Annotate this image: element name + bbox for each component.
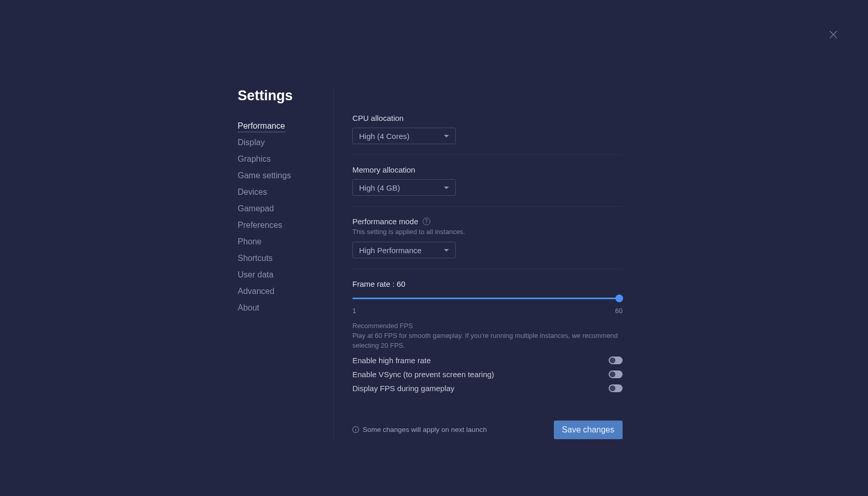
- memory-allocation-select[interactable]: High (4 GB): [352, 179, 456, 196]
- cpu-allocation-select[interactable]: High (4 Cores): [352, 128, 456, 144]
- close-icon[interactable]: [827, 28, 840, 41]
- slider-thumb[interactable]: [615, 295, 623, 302]
- performance-mode-label: Performance mode ?: [352, 217, 623, 226]
- caret-down-icon: [444, 135, 449, 137]
- page-title: Settings: [238, 88, 293, 104]
- slider-max: 60: [615, 307, 623, 315]
- recommended-fps-heading: Recommended FPS: [352, 322, 623, 330]
- frame-rate-slider[interactable]: [352, 293, 623, 306]
- performance-mode-select[interactable]: High Performance: [352, 242, 456, 258]
- performance-mode-value: High Performance: [359, 246, 422, 255]
- frame-rate-label: Frame rate : 60: [352, 280, 623, 288]
- info-icon: i: [352, 426, 359, 433]
- caret-down-icon: [444, 187, 449, 189]
- sidebar-item-display[interactable]: Display: [238, 134, 333, 151]
- memory-allocation-label: Memory allocation: [352, 165, 623, 174]
- recommended-fps-desc: Play at 60 FPS for smooth gameplay. If y…: [352, 331, 623, 351]
- display-fps-toggle[interactable]: [609, 384, 623, 392]
- enable-vsync-toggle[interactable]: [609, 370, 623, 378]
- sidebar-item-shortcuts[interactable]: Shortcuts: [238, 250, 333, 267]
- sidebar-item-preferences[interactable]: Preferences: [238, 217, 333, 234]
- sidebar-item-phone[interactable]: Phone: [238, 234, 333, 250]
- slider-track: [352, 298, 623, 299]
- memory-allocation-value: High (4 GB): [359, 183, 400, 192]
- sidebar-item-performance[interactable]: Performance: [238, 118, 333, 134]
- sidebar-item-devices[interactable]: Devices: [238, 184, 333, 200]
- sidebar-item-gamepad[interactable]: Gamepad: [238, 200, 333, 217]
- footer-note: i Some changes will apply on next launch: [352, 426, 487, 433]
- performance-mode-note: This setting is applied to all instances…: [352, 228, 623, 236]
- enable-high-frame-rate-toggle[interactable]: [609, 357, 623, 364]
- cpu-allocation-label: CPU allocation: [352, 114, 623, 122]
- settings-content: CPU allocation High (4 Cores) Memory all…: [333, 87, 623, 439]
- enable-vsync-label: Enable VSync (to prevent screen tearing): [352, 370, 494, 379]
- caret-down-icon: [444, 249, 449, 252]
- enable-high-frame-rate-label: Enable high frame rate: [352, 356, 431, 365]
- sidebar-item-graphics[interactable]: Graphics: [238, 151, 333, 167]
- settings-sidebar: Performance Display Graphics Game settin…: [238, 87, 333, 439]
- sidebar-item-user-data[interactable]: User data: [238, 267, 333, 283]
- sidebar-item-advanced[interactable]: Advanced: [238, 283, 333, 300]
- slider-min: 1: [352, 307, 356, 315]
- help-icon[interactable]: ?: [423, 218, 430, 225]
- sidebar-item-game-settings[interactable]: Game settings: [238, 167, 333, 184]
- sidebar-item-about[interactable]: About: [238, 300, 333, 316]
- save-changes-button[interactable]: Save changes: [554, 421, 623, 439]
- cpu-allocation-value: High (4 Cores): [359, 132, 410, 141]
- display-fps-label: Display FPS during gameplay: [352, 384, 455, 393]
